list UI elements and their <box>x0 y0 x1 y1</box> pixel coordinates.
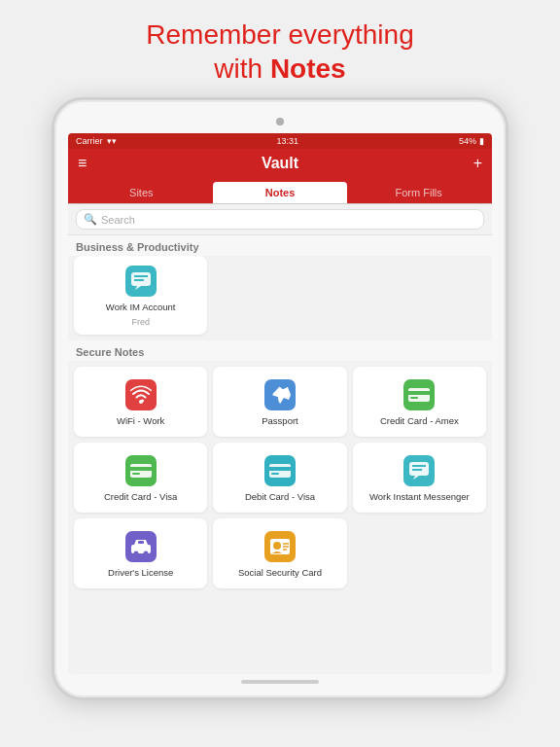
search-bar: 🔍 Search <box>68 204 492 235</box>
credit-visa-label: Credit Card - Visa <box>104 491 177 502</box>
card-credit-amex[interactable]: Credit Card - Amex <box>353 367 486 437</box>
work-messenger-icon <box>403 455 435 486</box>
svg-rect-9 <box>130 467 152 471</box>
device-camera <box>276 118 284 125</box>
promo-bold: Notes <box>270 53 346 84</box>
svg-rect-21 <box>138 541 144 544</box>
nav-bar: ≡ Vault + <box>68 149 492 178</box>
wifi-icon-svg <box>130 384 152 406</box>
promo-line1: Remember everything <box>146 19 413 50</box>
work-instant-messenger-label: Work Instant Messenger <box>369 491 470 502</box>
svg-point-23 <box>273 542 281 550</box>
debit-visa-label: Debit Card - Visa <box>245 491 315 502</box>
search-icon: 🔍 <box>84 213 97 226</box>
tab-sites[interactable]: Sites <box>74 182 209 203</box>
card-passport[interactable]: Passport <box>213 367 346 437</box>
status-bar-time: 13:31 <box>276 136 298 146</box>
carrier-label: Carrier <box>76 136 103 146</box>
status-bar-left: Carrier ▾▾ <box>76 136 117 146</box>
status-bar-right: 54% ▮ <box>459 136 484 146</box>
passport-label: Passport <box>262 415 298 426</box>
home-indicator[interactable] <box>241 680 319 684</box>
battery-icon: ▮ <box>479 136 484 146</box>
add-icon[interactable]: + <box>473 155 482 172</box>
debit-visa-icon <box>264 455 296 486</box>
work-im-sublabel: Fred <box>131 317 150 327</box>
search-input-wrap[interactable]: 🔍 Search <box>76 209 484 230</box>
svg-rect-12 <box>269 467 291 471</box>
plane-icon-svg <box>269 384 291 406</box>
section-business: Business & Productivity <box>68 235 492 256</box>
svg-rect-6 <box>408 391 430 395</box>
svg-rect-7 <box>410 397 418 399</box>
svg-rect-10 <box>132 473 140 475</box>
credit-visa-icon <box>125 455 157 486</box>
wifi-work-icon <box>125 379 157 410</box>
secure-notes-grid: WiFi - Work Passport <box>68 361 492 594</box>
debit-card-icon-svg <box>268 463 292 479</box>
svg-marker-17 <box>413 476 419 480</box>
section-secure-notes: Secure Notes <box>68 340 492 361</box>
tab-form-fills[interactable]: Form Fills <box>351 182 486 203</box>
promo-line2: with <box>214 53 270 84</box>
card-wifi-work[interactable]: WiFi - Work <box>74 367 207 437</box>
passport-icon <box>264 379 296 410</box>
work-im-icon <box>125 266 157 297</box>
social-security-label: Social Security Card <box>238 567 322 578</box>
work-im-label: Work IM Account <box>106 302 176 312</box>
card-credit-visa[interactable]: Credit Card - Visa <box>74 443 207 513</box>
wifi-work-label: WiFi - Work <box>117 415 164 426</box>
credit-amex-icon <box>403 379 435 410</box>
battery-label: 54% <box>459 136 476 146</box>
card-debit-visa[interactable]: Debit Card - Visa <box>213 443 346 513</box>
drivers-license-icon <box>125 531 157 562</box>
search-placeholder: Search <box>101 214 135 226</box>
car-icon-svg <box>129 538 153 555</box>
content: Business & Productivity Work IM Account … <box>68 235 492 674</box>
device: Carrier ▾▾ 13:31 54% ▮ ≡ Vault + Sites N… <box>52 97 508 700</box>
social-security-icon <box>264 531 296 562</box>
tab-notes[interactable]: Notes <box>213 182 348 203</box>
credit-amex-label: Credit Card - Amex <box>380 415 459 426</box>
tab-bar: Sites Notes Form Fills <box>68 178 492 204</box>
svg-point-4 <box>139 400 143 404</box>
card-work-im-account[interactable]: Work IM Account Fred <box>74 256 207 335</box>
credit-card2-icon-svg <box>129 463 153 479</box>
drivers-license-label: Driver's License <box>108 567 173 578</box>
card-drivers-license[interactable]: Driver's License <box>74 518 207 588</box>
wifi-icon: ▾▾ <box>107 136 117 146</box>
business-grid: Work IM Account Fred <box>68 256 492 340</box>
nav-title: Vault <box>262 155 298 172</box>
screen: Carrier ▾▾ 13:31 54% ▮ ≡ Vault + Sites N… <box>68 133 492 674</box>
card-social-security[interactable]: Social Security Card <box>213 518 346 588</box>
promo-header: Remember everything with Notes <box>107 0 452 97</box>
messenger-icon-svg <box>408 461 430 480</box>
svg-marker-3 <box>135 286 141 290</box>
card-work-instant-messenger[interactable]: Work Instant Messenger <box>353 443 486 513</box>
menu-icon[interactable]: ≡ <box>78 155 87 172</box>
svg-rect-13 <box>271 473 279 475</box>
status-bar: Carrier ▾▾ 13:31 54% ▮ <box>68 133 492 149</box>
id-card-icon-svg <box>269 537 291 556</box>
credit-card-icon-svg <box>407 387 431 403</box>
message-icon-svg <box>130 271 152 291</box>
